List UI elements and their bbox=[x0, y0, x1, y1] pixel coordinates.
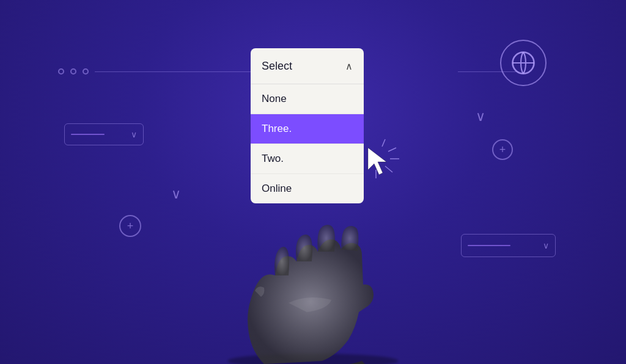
plus-icon-right: + bbox=[499, 144, 506, 156]
dropdown-item-two[interactable]: Two. bbox=[251, 144, 364, 174]
svg-line-2 bbox=[388, 148, 396, 151]
dot-2 bbox=[70, 68, 76, 75]
wordpress-logo bbox=[500, 40, 547, 86]
cursor-sparkle-svg bbox=[348, 134, 403, 189]
hand-svg bbox=[185, 193, 441, 364]
chevron-down-icon-tr: ∨ bbox=[476, 109, 485, 125]
svg-line-4 bbox=[385, 166, 392, 172]
dropdown-line-left bbox=[71, 134, 105, 135]
plus-circle-right[interactable]: + bbox=[492, 139, 513, 160]
hand-image bbox=[185, 193, 441, 364]
line-left bbox=[95, 71, 251, 72]
main-dropdown[interactable]: Select ∧ None Three. Two. Online bbox=[251, 48, 364, 203]
chevron-up-icon: ∧ bbox=[345, 60, 353, 72]
decorative-dots bbox=[58, 68, 89, 75]
plus-icon-left: + bbox=[127, 220, 134, 233]
plus-circle-left[interactable]: + bbox=[119, 215, 141, 237]
dropdown-list: None Three. Two. Online bbox=[251, 84, 364, 203]
svg-marker-6 bbox=[368, 148, 386, 175]
dropdown-item-three[interactable]: Three. bbox=[251, 114, 364, 144]
dropdown-item-none[interactable]: None bbox=[251, 84, 364, 114]
mini-dropdown-left[interactable]: ∨ bbox=[64, 123, 144, 145]
select-button[interactable]: Select ∧ bbox=[251, 48, 364, 84]
svg-line-1 bbox=[382, 139, 385, 147]
chevron-down-icon-mini-right: ∨ bbox=[543, 241, 549, 250]
chevron-down-icon-bl: ∨ bbox=[171, 186, 181, 202]
cursor-area bbox=[348, 134, 403, 192]
dot-1 bbox=[58, 68, 64, 75]
chevron-down-icon-mini-left: ∨ bbox=[131, 129, 137, 139]
dropdown-line-right bbox=[468, 245, 510, 246]
mini-dropdown-right[interactable]: ∨ bbox=[461, 234, 556, 257]
dot-3 bbox=[83, 68, 89, 75]
select-label: Select bbox=[262, 60, 292, 73]
